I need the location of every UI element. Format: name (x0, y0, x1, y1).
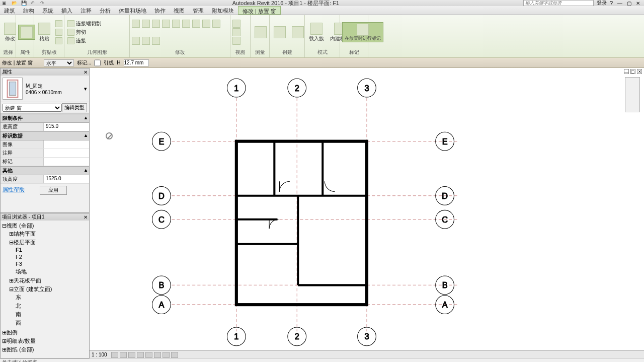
mirror-tool[interactable] (162, 20, 170, 28)
create-button[interactable] (272, 25, 288, 39)
prop-image-value[interactable] (44, 140, 89, 149)
temp-hide-icon[interactable] (163, 352, 170, 358)
cat-other[interactable]: 其他▴ (1, 166, 89, 175)
load-family-button[interactable]: 载入族 (307, 22, 326, 43)
tree-elevations[interactable]: 立面 (建筑立面) (14, 286, 52, 292)
cat-constraints[interactable]: 限制条件▴ (1, 114, 89, 123)
tree-sheets[interactable]: 图纸 (全部) (7, 346, 34, 352)
tab-addins[interactable]: 附加模块 (208, 6, 238, 15)
cut-button[interactable] (54, 20, 63, 28)
pin-tool[interactable] (142, 37, 150, 45)
rotate-tool[interactable] (152, 20, 160, 28)
copy-button[interactable] (54, 28, 63, 36)
align-tool[interactable] (182, 20, 190, 28)
view-tool-3[interactable] (232, 37, 240, 45)
split-tool[interactable] (202, 20, 210, 28)
orientation-select[interactable]: 水平 (44, 59, 74, 66)
sign-in-label[interactable]: 登录 (597, 0, 607, 7)
tree-ceiling-plan[interactable]: 天花板平面 (14, 277, 41, 283)
leader-distance-input[interactable] (124, 59, 149, 66)
tab-arch[interactable]: 建筑 (0, 6, 19, 15)
array-tool[interactable] (212, 20, 220, 28)
match-button[interactable] (54, 37, 63, 45)
drawing-canvas[interactable]: — ▢ ✕ 1 2 3 (90, 68, 644, 358)
tree-west[interactable]: 西 (16, 320, 21, 326)
tab-struct[interactable]: 结构 (19, 6, 38, 15)
tree-site[interactable]: 场地 (16, 268, 27, 274)
browser-close-icon[interactable]: ✕ (84, 214, 88, 220)
tab-annotate[interactable]: 注释 (76, 6, 96, 15)
view-tool-2[interactable] (232, 28, 240, 36)
properties-close-icon[interactable]: ✕ (84, 69, 88, 75)
prop-sill-height-value[interactable]: 915.0 (44, 123, 89, 131)
floorplan-svg: 1 2 3 1 2 3 E D C B A E D C (90, 68, 644, 358)
view-tool-1[interactable] (232, 20, 240, 28)
join-geometry-button[interactable]: 连接 (66, 37, 127, 45)
tree-east[interactable]: 东 (16, 294, 21, 300)
tab-analyze[interactable]: 分析 (96, 6, 115, 15)
app-icon[interactable]: ▣ (2, 1, 10, 6)
tree-north[interactable]: 北 (16, 303, 21, 309)
sun-path-icon[interactable] (128, 352, 135, 358)
undo-icon[interactable]: ↶ (31, 1, 39, 6)
detail-level-icon[interactable] (111, 352, 118, 358)
reveal-hidden-icon[interactable] (171, 352, 178, 358)
scale-tool[interactable] (132, 37, 140, 45)
tag-label[interactable]: 标记... (77, 59, 91, 66)
paste-button[interactable]: 粘贴 (36, 22, 52, 43)
close-icon[interactable]: ✕ (634, 1, 642, 6)
prop-comments-value[interactable] (44, 149, 89, 157)
tree-struct-plan[interactable]: 结构平面 (14, 231, 36, 237)
create-button-2[interactable] (290, 25, 306, 39)
measure-button[interactable] (253, 25, 269, 39)
leader-checkbox[interactable] (94, 59, 101, 66)
tree-f2[interactable]: F2 (16, 254, 22, 260)
cut-geometry-button[interactable]: 剪切 (66, 28, 127, 36)
tab-manage[interactable]: 管理 (189, 6, 208, 15)
tab-insert[interactable]: 插入 (57, 6, 76, 15)
tab-massing[interactable]: 体量和场地 (115, 6, 150, 15)
prop-head-height-value[interactable]: 1525.0 (44, 175, 89, 183)
tab-view[interactable]: 视图 (170, 6, 189, 15)
maximize-icon[interactable]: ▢ (625, 1, 633, 6)
tree-views[interactable]: 视图 (全部) (7, 223, 34, 229)
redo-icon[interactable]: ↷ (40, 1, 48, 6)
apply-button[interactable]: 应用 (40, 186, 67, 195)
tag-on-placement-button[interactable]: 在放置时进行标记 (342, 22, 383, 42)
crop-region-icon[interactable] (154, 352, 161, 358)
trim-tool[interactable] (172, 20, 180, 28)
type-dropdown-icon[interactable]: ▾ (84, 86, 87, 92)
visual-style-icon[interactable] (120, 352, 127, 358)
crop-view-icon[interactable] (145, 352, 152, 358)
type-thumbnail[interactable] (3, 78, 23, 100)
copy-tool[interactable] (142, 20, 150, 28)
tree-f3[interactable]: F3 (16, 261, 22, 267)
help-search[interactable] (523, 0, 594, 6)
help-icon[interactable]: ? (610, 0, 613, 6)
move-tool[interactable] (132, 20, 140, 28)
scale-value[interactable]: 1 : 100 (92, 352, 107, 357)
svg-text:3: 3 (364, 84, 369, 93)
save-icon[interactable]: 💾 (21, 1, 29, 6)
cat-identity[interactable]: 标识数据▴ (1, 131, 89, 140)
tab-collab[interactable]: 协作 (150, 6, 170, 15)
tree-schedules[interactable]: 明细表/数量 (7, 338, 36, 344)
prop-comments: 注释 (1, 149, 44, 157)
minimize-icon[interactable]: — (616, 1, 624, 6)
tree-floor-plan[interactable]: 楼层平面 (14, 239, 36, 245)
properties-button[interactable] (18, 25, 35, 40)
delete-tool[interactable] (152, 37, 160, 45)
tree-south[interactable]: 南 (16, 311, 21, 317)
prop-mark-value[interactable] (44, 158, 89, 166)
tree-legends[interactable]: 图例 (7, 329, 18, 335)
tab-systems[interactable]: 系统 (38, 6, 57, 15)
tree-f1[interactable]: F1 (16, 247, 22, 253)
shadows-icon[interactable] (137, 352, 144, 358)
edit-type-button[interactable]: 编辑类型 (62, 103, 87, 112)
properties-help-link[interactable]: 属性帮助 (3, 186, 25, 195)
join-end-cut-button[interactable]: 连接端切割 (66, 20, 127, 28)
offset-tool[interactable] (192, 20, 200, 28)
selection-filter[interactable]: 新建 窗 (3, 104, 62, 112)
open-icon[interactable]: 📂 (12, 1, 20, 6)
tab-modify-place-window[interactable]: 修改 | 放置 窗 (238, 6, 281, 15)
